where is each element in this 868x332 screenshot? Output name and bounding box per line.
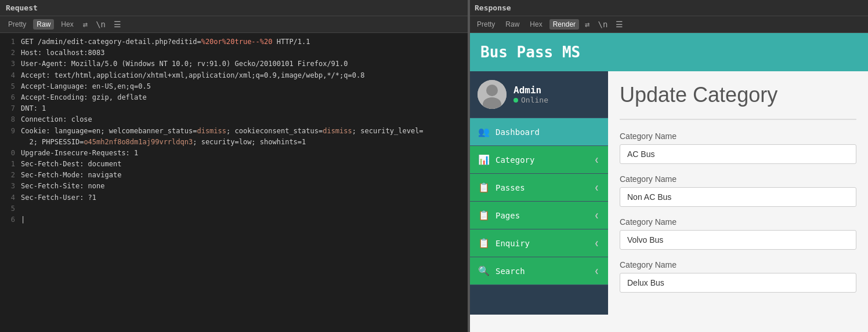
response-pretty-button[interactable]: Pretty	[473, 19, 498, 30]
code-line-14: 4 Sec-Fetch-User: ?1	[0, 192, 468, 203]
category-chevron-icon: ❮	[595, 156, 599, 164]
app-body: Admin Online 👥 Dashboard	[469, 71, 868, 315]
enquiry-chevron-icon: ❮	[595, 239, 599, 247]
title-divider	[620, 119, 856, 120]
enquiry-icon: 📋	[478, 238, 490, 249]
field-label-4: Category Name	[620, 260, 856, 269]
form-group-3: Category Name	[620, 217, 856, 250]
svg-point-1	[486, 85, 498, 96]
field-label-3: Category Name	[620, 217, 856, 227]
code-line-16: 6 |	[0, 214, 468, 225]
code-line-4: 4 Accept: text/html,application/xhtml+xm…	[0, 70, 468, 81]
user-info: Admin Online	[513, 85, 548, 104]
response-content: Bus Pass MS Admin	[469, 33, 868, 332]
dashboard-icon: 👥	[478, 126, 490, 137]
response-wrap-icon[interactable]: \n	[596, 19, 610, 30]
form-group-2: Category Name	[620, 174, 856, 207]
status-text: Online	[521, 96, 548, 104]
sidebar-item-dashboard[interactable]: 👥 Dashboard	[469, 118, 608, 146]
category-name-input-4[interactable]	[620, 273, 856, 293]
form-group-1: Category Name	[620, 132, 856, 164]
code-line-3: 3 User-Agent: Mozilla/5.0 (Windows NT 10…	[0, 59, 468, 70]
search-nav-icon: 🔍	[478, 265, 490, 276]
code-line-5: 5 Accept-Language: en-US,en;q=0.5	[0, 81, 468, 92]
passes-chevron-icon: ❮	[595, 184, 599, 192]
main-content: Update Category Category Name Category N…	[608, 71, 868, 315]
passes-label: Passes	[496, 183, 525, 192]
copy-icon[interactable]: ⇄	[81, 19, 90, 30]
category-name-input-2[interactable]	[620, 187, 856, 207]
response-menu-icon[interactable]: ☰	[613, 19, 625, 30]
search-label: Search	[496, 267, 525, 276]
menu-icon[interactable]: ☰	[111, 19, 124, 30]
request-panel: Request Pretty Raw Hex ⇄ \n ☰ 1 GET /adm…	[0, 0, 469, 332]
passes-icon: 📋	[478, 182, 490, 193]
pretty-button[interactable]: Pretty	[5, 19, 30, 30]
form-group-4: Category Name	[620, 260, 856, 293]
request-code-area: 1 GET /admin/edit-category-detail.php?ed…	[0, 33, 468, 332]
request-panel-title: Request	[0, 0, 468, 16]
code-line-11: 1 Sec-Fetch-Dest: document	[0, 159, 468, 170]
code-line-13: 3 Sec-Fetch-Site: none	[0, 181, 468, 192]
status-dot	[513, 98, 518, 103]
response-hex-button[interactable]: Hex	[526, 19, 545, 30]
code-line-9b: 2; PHPSESSID=o45mh2nf8o8dm1aj99vrrldqn3;…	[0, 137, 468, 148]
response-panel: Response Pretty Raw Hex Render ⇄ \n ☰ Bu…	[469, 0, 868, 332]
app-header: Bus Pass MS	[469, 33, 868, 71]
category-name-input-3[interactable]	[620, 230, 856, 250]
code-line-7: 7 DNT: 1	[0, 103, 468, 114]
category-label: Category	[496, 155, 534, 165]
code-line-9: 9 Cookie: language=en; welcomebanner_sta…	[0, 126, 468, 137]
user-status: Online	[513, 96, 548, 104]
response-copy-icon[interactable]: ⇄	[583, 19, 592, 30]
field-label-2: Category Name	[620, 174, 856, 184]
wrap-icon[interactable]: \n	[93, 19, 108, 30]
pages-icon: 📋	[478, 210, 490, 221]
hex-button[interactable]: Hex	[57, 19, 77, 30]
pages-label: Pages	[496, 211, 520, 220]
code-line-15: 5	[0, 203, 468, 214]
enquiry-label: Enquiry	[496, 239, 530, 248]
request-toolbar: Pretty Raw Hex ⇄ \n ☰	[0, 16, 468, 33]
pages-chevron-icon: ❮	[595, 211, 599, 220]
sidebar-item-pages[interactable]: 📋 Pages ❮	[469, 202, 608, 229]
code-line-6: 6 Accept-Encoding: gzip, deflate	[0, 92, 468, 103]
page-title: Update Category	[620, 83, 856, 107]
code-line-2: 2 Host: localhost:8083	[0, 48, 468, 59]
code-line-10: 0 Upgrade-Insecure-Requests: 1	[0, 148, 468, 159]
category-icon: 📊	[478, 154, 490, 165]
response-render-button[interactable]: Render	[549, 19, 579, 30]
raw-button[interactable]: Raw	[33, 19, 54, 30]
sidebar: Admin Online 👥 Dashboard	[469, 71, 608, 315]
search-chevron-icon: ❮	[595, 267, 599, 275]
dashboard-label: Dashboard	[496, 127, 540, 137]
field-label-1: Category Name	[620, 132, 856, 141]
user-name: Admin	[513, 85, 548, 96]
category-name-input-1[interactable]	[620, 144, 856, 164]
response-toolbar: Pretty Raw Hex Render ⇄ \n ☰	[469, 16, 868, 33]
response-panel-title: Response	[469, 0, 868, 16]
response-raw-button[interactable]: Raw	[502, 19, 523, 30]
sidebar-item-category[interactable]: 📊 Category ❮	[469, 146, 608, 174]
code-line-8: 8 Connection: close	[0, 114, 468, 125]
drag-handle[interactable]	[468, 0, 470, 332]
sidebar-item-enquiry[interactable]: 📋 Enquiry ❮	[469, 229, 608, 257]
sidebar-item-search[interactable]: 🔍 Search ❮	[469, 257, 608, 285]
app-title: Bus Pass MS	[480, 43, 580, 61]
code-line-1: 1 GET /admin/edit-category-detail.php?ed…	[0, 37, 468, 48]
code-line-12: 2 Sec-Fetch-Mode: navigate	[0, 170, 468, 181]
user-profile: Admin Online	[469, 71, 608, 118]
sidebar-item-passes[interactable]: 📋 Passes ❮	[469, 174, 608, 202]
response-title-text: Response	[475, 3, 511, 12]
avatar	[478, 80, 507, 109]
